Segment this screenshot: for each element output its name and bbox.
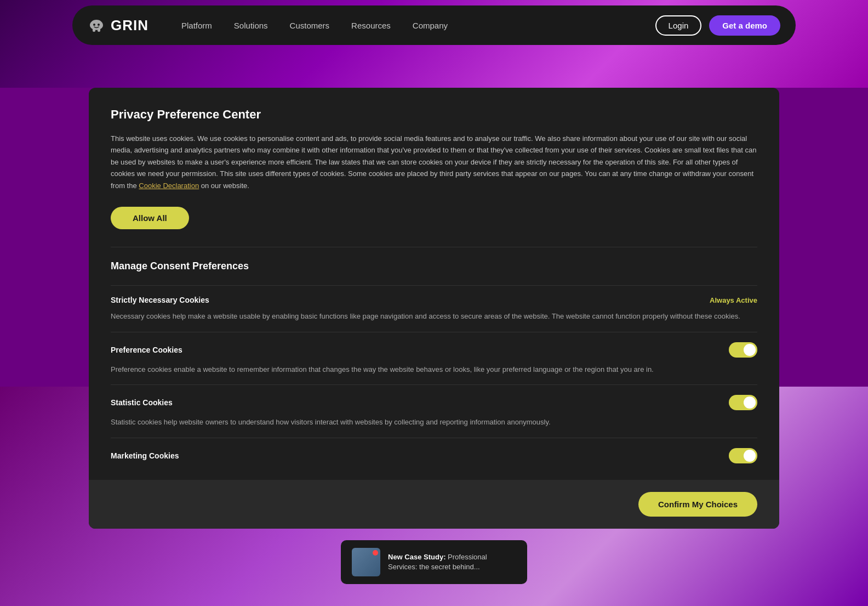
get-demo-button[interactable]: Get a demo — [709, 15, 780, 36]
marketing-cookies-name: Marketing Cookies — [111, 451, 179, 460]
statistic-cookies-header: Statistic Cookies — [111, 395, 757, 410]
notification-bar[interactable]: New Case Study: Professional Services: t… — [341, 540, 527, 584]
modal-footer: Confirm My Choices — [89, 480, 779, 529]
marketing-cookies-toggle[interactable] — [729, 448, 757, 463]
cookie-declaration-link[interactable]: Cookie Declaration — [139, 182, 199, 190]
nav-links: Platform Solutions Customers Resources C… — [181, 21, 655, 30]
privacy-modal: Privacy Preference Center This website u… — [89, 88, 779, 529]
navbar: GRIN Platform Solutions Customers Resour… — [72, 5, 796, 45]
manage-consent-title: Manage Consent Preferences — [111, 247, 757, 272]
nav-company[interactable]: Company — [413, 21, 448, 30]
marketing-cookies-header: Marketing Cookies — [111, 448, 757, 463]
nav-resources[interactable]: Resources — [351, 21, 391, 30]
statistic-cookies-desc: Statistic cookies help website owners to… — [111, 417, 757, 428]
grin-logo-icon — [88, 16, 105, 34]
preference-cookies-header: Preference Cookies — [111, 342, 757, 358]
notification-text: New Case Study: Professional Services: t… — [388, 552, 516, 572]
marketing-cookies-section: Marketing Cookies — [111, 438, 757, 480]
strictly-necessary-desc: Necessary cookies help make a website us… — [111, 311, 757, 322]
nav-actions: Login Get a demo — [655, 15, 780, 36]
modal-title: Privacy Preference Center — [111, 107, 757, 122]
preference-cookies-desc: Preference cookies enable a website to r… — [111, 364, 757, 375]
preference-cookies-name: Preference Cookies — [111, 346, 182, 354]
svg-point-0 — [93, 24, 95, 26]
nav-platform[interactable]: Platform — [181, 21, 212, 30]
preference-cookies-toggle[interactable] — [729, 342, 757, 358]
nav-customers[interactable]: Customers — [290, 21, 330, 30]
confirm-choices-button[interactable]: Confirm My Choices — [638, 492, 757, 517]
logo-text: GRIN — [111, 17, 149, 34]
notification-thumbnail — [352, 548, 380, 576]
svg-point-1 — [98, 24, 100, 26]
statistic-cookies-section: Statistic Cookies Statistic cookies help… — [111, 384, 757, 438]
statistic-cookies-name: Statistic Cookies — [111, 398, 173, 407]
statistic-cookies-toggle[interactable] — [729, 395, 757, 410]
modal-description: This website uses cookies. We use cookie… — [111, 133, 757, 191]
login-button[interactable]: Login — [655, 15, 702, 36]
strictly-necessary-name: Strictly Necessary Cookies — [111, 296, 209, 304]
modal-desc-end: on our website. — [199, 182, 249, 190]
nav-solutions[interactable]: Solutions — [234, 21, 268, 30]
allow-all-button[interactable]: Allow All — [111, 207, 189, 229]
preference-cookies-section: Preference Cookies Preference cookies en… — [111, 332, 757, 385]
logo: GRIN — [88, 16, 149, 34]
strictly-necessary-section: Strictly Necessary Cookies Always Active… — [111, 285, 757, 332]
always-active-label: Always Active — [710, 296, 757, 304]
strictly-necessary-header: Strictly Necessary Cookies Always Active — [111, 296, 757, 304]
notification-bold: New Case Study: — [388, 553, 446, 561]
